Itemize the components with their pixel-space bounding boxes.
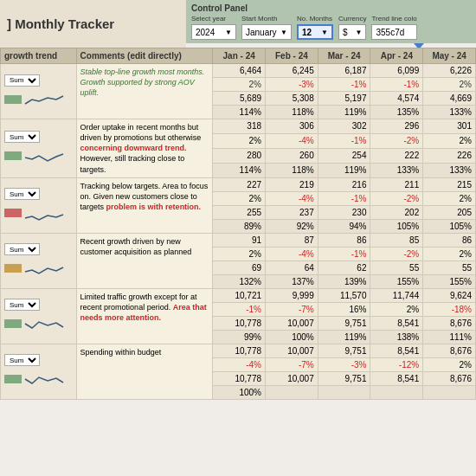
cell: 8,676 [423,371,476,385]
section3-comment[interactable]: Tracking below targets. Area to focus on… [76,177,213,233]
year-select[interactable]: 2024 ▼ [191,24,236,40]
cell [318,385,370,399]
cell: -2% [370,191,423,205]
cell [423,385,476,399]
cell: 318 [213,119,266,134]
nomonths-select[interactable]: 12 ▼ [297,24,333,40]
cell: -2% [370,133,423,148]
cell: 132% [213,274,266,288]
cell: 2% [423,133,476,148]
section4-comment[interactable]: Recent growth driven by new customer acq… [76,233,213,288]
cell: 139% [318,274,370,288]
cell: 10,007 [266,316,318,330]
cell: 216 [318,177,370,191]
cell: 2% [423,191,476,205]
cell: 100% [213,385,266,399]
cell: -3% [266,78,318,92]
cell: 133% [423,163,476,177]
cell: 6,187 [318,64,370,78]
cell: 2% [213,133,266,148]
cell: 2% [423,247,476,261]
section1-trend: Sum [1,64,77,119]
cell: 155% [370,274,423,288]
cell: 302 [318,119,370,134]
startmonth-control-group: Start Month January ▼ [241,15,292,40]
cell: 296 [370,119,423,134]
cell: 119% [318,163,370,177]
cell: 86 [423,233,476,247]
cell: 205 [423,205,476,219]
cell: -4% [266,247,318,261]
cell: 8,676 [423,316,476,330]
section6-sparkline [23,370,65,389]
cell: 119% [318,106,370,119]
cell: 9,751 [318,316,370,330]
cell: 215 [423,177,476,191]
table-row: Sum Order uptake in r [1,119,476,134]
control-panel: Control Panel Select year 2024 ▼ Start M… [186,0,476,43]
cell: 211 [370,177,423,191]
cell: -1% [318,78,370,92]
section5-select[interactable]: Sum [4,299,40,311]
header-jan: Jan - 24 [213,48,266,64]
cell: 91 [213,233,266,247]
cell: 4,574 [370,92,423,106]
section1-sparkline [23,90,65,109]
cell: 11,570 [318,288,370,302]
cell: 69 [213,261,266,274]
cell: 9,624 [423,288,476,302]
cell: 55 [370,261,423,274]
cell: 227 [213,177,266,191]
cell: 10,007 [266,371,318,385]
cell: 118% [266,106,318,119]
cell: 8,541 [370,344,423,357]
cell: 230 [318,205,370,219]
cell: -7% [266,302,318,316]
year-label: Select year [191,15,236,23]
currency-chevron: ▼ [356,29,363,36]
cell: 114% [213,106,266,119]
cell: 10,778 [213,371,266,385]
cell: 255 [213,205,266,219]
cell: 9,751 [318,371,370,385]
cell: -1% [318,133,370,148]
section2-comment[interactable]: Order uptake in recent months but driven… [76,119,213,178]
cell: -18% [423,302,476,316]
startmonth-select[interactable]: January ▼ [241,24,292,40]
cell: 5,689 [213,92,266,106]
cell: 9,999 [266,288,318,302]
cell: 111% [423,330,476,344]
cell: -2% [370,247,423,261]
section1-comment[interactable]: Stable top-line growth most months. Grow… [76,64,213,119]
table-row: Sum Limited traffic g [1,288,476,302]
cell: 94% [318,219,370,233]
section2-sparkline [23,146,65,165]
cell: 4,669 [423,92,476,106]
section5-comment[interactable]: Limited traffic growth except for at rec… [76,288,213,344]
cell: -7% [266,357,318,371]
section6-select[interactable]: Sum [4,354,40,366]
cell [370,385,423,399]
section3-select[interactable]: Sum [4,188,40,200]
section2-select[interactable]: Sum [4,131,40,143]
currency-select[interactable]: $ ▼ [338,24,366,40]
cell: 86 [318,233,370,247]
cell: -1% [318,191,370,205]
section4-select[interactable]: Sum [4,243,40,255]
cell: 306 [266,119,318,134]
cell: 10,778 [213,344,266,357]
cell: 114% [213,163,266,177]
cell: 2% [370,302,423,316]
section1-select[interactable]: Sum [4,74,40,87]
section6-comment[interactable]: Spending within budget [76,344,213,399]
cell: 8,541 [370,316,423,330]
table-row: Sum Spending within b [1,344,476,357]
trendcolor-value[interactable]: 355c7d [371,24,416,40]
cell: 6,464 [213,64,266,78]
startmonth-label: Start Month [241,15,292,23]
cell: 254 [318,148,370,163]
cell: 133% [423,106,476,119]
cell: -4% [266,133,318,148]
table-row: Sum Tracking below ta [1,177,476,191]
header-feb: Feb - 24 [266,48,318,64]
